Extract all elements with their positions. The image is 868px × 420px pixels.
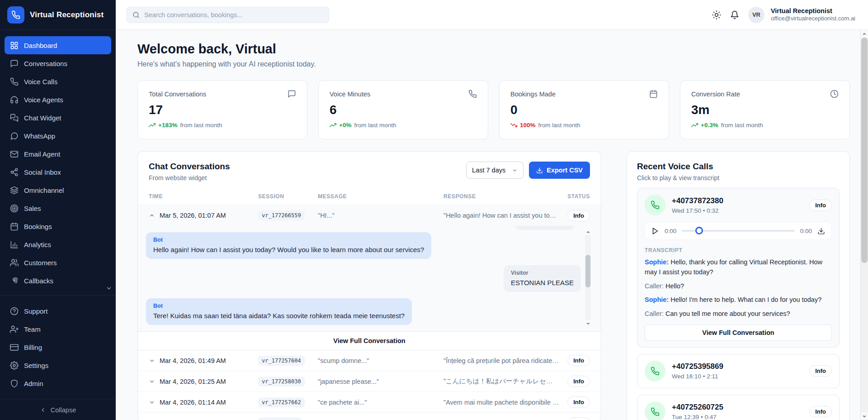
sidebar-item-chat-widget[interactable]: Chat Widget [5, 109, 111, 127]
chevron-down-icon[interactable] [149, 378, 155, 385]
sidebar-item-label: Settings [24, 362, 48, 369]
session-badge: vr_177257662 [258, 397, 305, 407]
column-header-response: RESPONSE [443, 193, 564, 200]
phone-icon [11, 10, 20, 19]
sidebar-item-support[interactable]: Support [5, 302, 111, 320]
table-row[interactable]: Mar 4, 2026, 01:14 AM vr_177257662 "ce p… [138, 392, 601, 413]
sidebar-item-sales[interactable]: Sales [5, 199, 111, 217]
chevron-up-icon[interactable] [149, 212, 155, 219]
status-badge[interactable]: Info [567, 210, 590, 221]
chevron-down-icon[interactable] [149, 399, 155, 406]
sidebar-item-label: Analytics [24, 241, 51, 248]
sidebar-item-customers[interactable]: Customers [5, 253, 111, 272]
info-badge[interactable]: Info [809, 365, 832, 377]
download-recording-button[interactable] [817, 227, 825, 235]
sidebar-item-team[interactable]: Team [5, 320, 111, 338]
view-full-conversation-link[interactable]: View Full Conversation [138, 331, 601, 350]
trending-up-icon [691, 122, 698, 129]
transcript-text: Can you tell me more about your services… [664, 310, 790, 317]
transcript-label: TRANSCRIPT [645, 247, 832, 253]
sidebar-item-settings[interactable]: Settings [5, 356, 111, 374]
sidebar-item-label: Bookings [24, 223, 52, 230]
notifications-button[interactable] [730, 10, 739, 19]
table-row[interactable]: Mar 4, 2026, 01:25 AM vr_177258030 "japa… [138, 371, 601, 392]
conversation-scrollbar[interactable] [585, 229, 591, 327]
sidebar-item-analytics[interactable]: Analytics [5, 235, 111, 253]
row-response: "こんにちは！私はバーチャルレセプショ... [443, 377, 564, 386]
scroll-down-icon[interactable] [585, 320, 591, 327]
bell-icon [730, 10, 739, 19]
call-number: +40725395869 [672, 362, 723, 371]
shield-icon [10, 379, 19, 388]
scroll-up-icon[interactable] [585, 229, 591, 235]
stat-delta-suffix: from last month [538, 122, 580, 129]
info-badge[interactable]: Info [809, 406, 832, 417]
expanded-conversation: Bot Hello again! How can I assist you to… [138, 226, 601, 331]
sidebar-item-callbacks[interactable]: Callbacks [5, 272, 111, 290]
status-badge[interactable]: Info [567, 376, 590, 387]
table-row[interactable]: Mar 4, 2026, 01:49 AM vr_177257604 "scum… [138, 350, 601, 371]
search-box[interactable] [127, 7, 329, 23]
status-badge[interactable]: Info [567, 355, 590, 366]
sidebar-item-conversations[interactable]: Conversations [5, 54, 111, 72]
sidebar-item-billing[interactable]: Billing [5, 338, 111, 356]
table-row-partial [138, 413, 601, 420]
phone-icon [468, 90, 477, 98]
play-button[interactable] [651, 227, 659, 235]
sidebar-item-label: WhatsApp [24, 132, 55, 140]
dashboard-content: Welcome back, Virtual Here's what's happ… [116, 30, 868, 420]
view-full-conversation-button[interactable]: View Full Conversation [645, 325, 832, 341]
sidebar-item-voice-agents[interactable]: Voice Agents [5, 91, 111, 109]
scroll-down-icon[interactable] [861, 412, 868, 420]
chevron-down-icon[interactable] [149, 358, 155, 364]
column-header-message: MESSAGE [318, 193, 443, 200]
sidebar-item-voice-calls[interactable]: Voice Calls [5, 72, 111, 91]
sidebar-item-omnichannel[interactable]: Omnichannel [5, 181, 111, 199]
sidebar-item-email-agent[interactable]: Email Agent [5, 145, 111, 163]
voice-call-card[interactable]: +40725395869 Wed 16:10 • 2:11 Info [637, 354, 840, 388]
sidebar-item-label: Voice Agents [24, 96, 63, 104]
table-row[interactable]: Mar 5, 2026, 01:07 AM vr_177266559 "HI..… [138, 205, 601, 226]
bubble-text: ESTONIAN PLEASE [511, 279, 574, 286]
phone-icon [645, 401, 665, 420]
sidebar-item-label: Billing [24, 344, 42, 351]
voice-call-card[interactable]: +40737872380 Wed 17:50 • 0:32 Info 0:00 [637, 188, 840, 348]
page-scrollbar[interactable] [860, 30, 868, 420]
sidebar-item-social-inbox[interactable]: Social Inbox [5, 163, 111, 181]
date-range-select[interactable]: Last 7 days [466, 162, 524, 179]
sidebar-collapse-button[interactable]: Collapse [0, 399, 116, 420]
sidebar-item-dashboard[interactable]: Dashboard [5, 36, 111, 54]
status-badge[interactable]: Info [567, 396, 590, 408]
avatar[interactable]: VR [748, 7, 764, 23]
headphones-icon [10, 95, 19, 104]
user-meta[interactable]: Virtual Receptionist office@virtualrecep… [771, 7, 855, 22]
seek-slider[interactable] [682, 227, 794, 235]
stat-value: 3m [691, 103, 839, 117]
voice-call-card[interactable]: +40725260725 Tue 12:39 • 0:47 Info [637, 395, 840, 420]
export-csv-button[interactable]: Export CSV [529, 162, 590, 179]
theme-toggle-button[interactable] [712, 10, 721, 19]
voice-section-title: Recent Voice Calls [637, 162, 840, 172]
sidebar-nav: Dashboard Conversations Voice Calls Voic… [0, 30, 116, 292]
stat-value: 6 [330, 103, 477, 117]
sidebar-item-whatsapp[interactable]: WhatsApp [5, 127, 111, 145]
sun-icon [712, 10, 721, 19]
chat-section-title: Chat Conversations [149, 162, 230, 172]
slider-knob[interactable] [695, 227, 703, 234]
info-badge[interactable]: Info [809, 200, 832, 211]
transcript-speaker: Caller [645, 310, 664, 317]
audio-player: 0:00 0:00 [645, 222, 832, 240]
bubble-sender: Visitor [511, 270, 574, 276]
topbar-right: VR Virtual Receptionist office@virtualre… [712, 7, 855, 23]
search-input[interactable] [144, 11, 323, 19]
bubble-text: Hello again! How can I assist you today?… [153, 246, 424, 253]
sidebar-scroll-chevron-down-icon[interactable] [106, 285, 112, 291]
transcript-speaker: Sophie [645, 258, 669, 266]
sidebar-item-admin[interactable]: Admin [5, 374, 111, 392]
player-total-time: 0:00 [800, 228, 812, 234]
scrollbar-thumb[interactable] [861, 38, 868, 263]
scroll-up-icon[interactable] [861, 30, 868, 38]
scrollbar-thumb[interactable] [585, 255, 590, 287]
sidebar-item-bookings[interactable]: Bookings [5, 217, 111, 235]
gear-icon [10, 361, 19, 370]
